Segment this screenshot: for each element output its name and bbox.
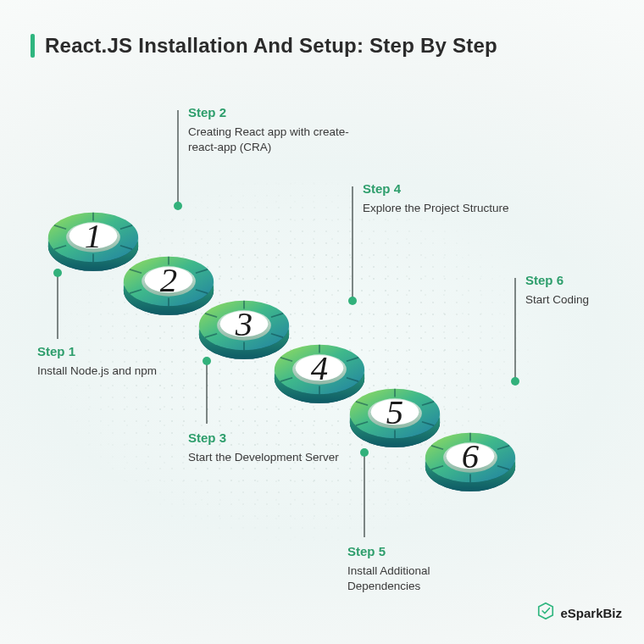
step-desc: Install Additional Dependencies [347, 564, 500, 594]
step-coin-6: 6 [418, 405, 523, 510]
step-label: Step 2 [188, 105, 358, 119]
svg-point-7 [348, 297, 357, 305]
brand-name-part2: Biz [603, 606, 623, 620]
step-number: 1 [85, 217, 102, 255]
step-number: 3 [235, 305, 253, 343]
brand-name: eSparkBiz [560, 606, 622, 620]
callout-step-4: Step 4 Explore the Project Structure [363, 181, 509, 216]
step-label: Step 1 [37, 344, 157, 358]
step-label: Step 6 [525, 273, 589, 287]
svg-point-11 [511, 377, 519, 386]
step-number: 2 [160, 261, 177, 299]
step-number: 5 [386, 393, 403, 431]
step-label: Step 4 [363, 181, 509, 196]
brand-logo: eSparkBiz [536, 602, 622, 624]
step-desc: Creating React app with create-react-app… [188, 125, 358, 155]
logo-mark-icon [536, 602, 555, 624]
step-desc: Start Coding [525, 292, 589, 308]
callout-step-3: Step 3 Start the Development Server [188, 430, 339, 465]
svg-marker-72 [539, 603, 553, 619]
callout-step-5: Step 5 Install Additional Dependencies [347, 544, 500, 594]
step-desc: Start the Development Server [188, 450, 339, 465]
svg-point-3 [174, 202, 182, 210]
callout-step-6: Step 6 Start Coding [525, 273, 589, 308]
step-number: 4 [311, 349, 328, 387]
step-label: Step 3 [188, 430, 339, 445]
step-desc: Explore the Project Structure [363, 201, 509, 216]
step-label: Step 5 [347, 544, 500, 558]
brand-name-part1: eSpark [560, 606, 602, 620]
page-title: React.JS Installation And Setup: Step By… [45, 34, 497, 58]
step-desc: Install Node.js and npm [37, 364, 157, 379]
step-number: 6 [462, 437, 480, 475]
page-heading: React.JS Installation And Setup: Step By… [31, 34, 610, 58]
callout-step-2: Step 2 Creating React app with create-re… [188, 105, 358, 155]
title-accent-bar [31, 34, 35, 58]
callout-step-1: Step 1 Install Node.js and npm [37, 344, 157, 379]
